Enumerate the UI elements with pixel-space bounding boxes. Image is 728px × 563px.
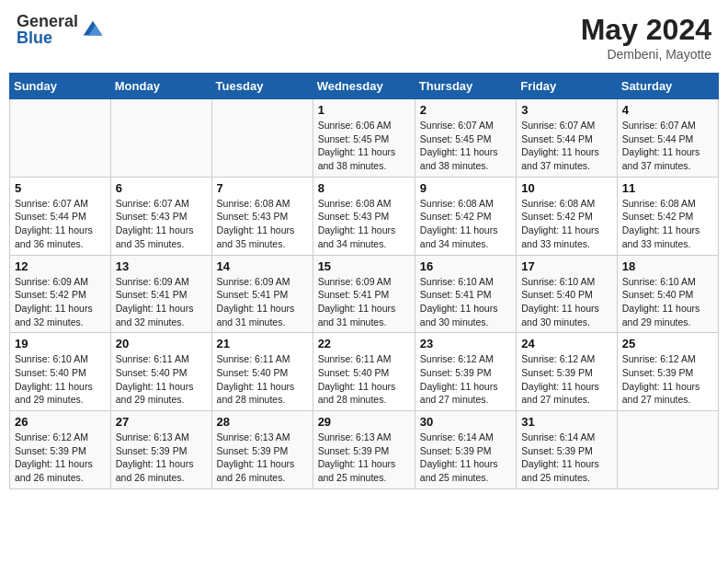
calendar-body: 1Sunrise: 6:06 AM Sunset: 5:45 PM Daylig… — [10, 99, 719, 489]
day-number: 26 — [15, 415, 106, 429]
day-number: 28 — [217, 415, 308, 429]
calendar-cell: 22Sunrise: 6:11 AM Sunset: 5:40 PM Dayli… — [313, 333, 415, 411]
day-info: Sunrise: 6:07 AM Sunset: 5:44 PM Dayligh… — [622, 119, 713, 173]
header-cell-wednesday: Wednesday — [313, 74, 415, 99]
day-info: Sunrise: 6:06 AM Sunset: 5:45 PM Dayligh… — [318, 119, 410, 173]
day-info: Sunrise: 6:08 AM Sunset: 5:43 PM Dayligh… — [217, 197, 308, 251]
calendar-cell: 21Sunrise: 6:11 AM Sunset: 5:40 PM Dayli… — [211, 333, 313, 411]
calendar-cell: 9Sunrise: 6:08 AM Sunset: 5:42 PM Daylig… — [415, 177, 516, 255]
header-cell-saturday: Saturday — [617, 74, 718, 99]
calendar-cell: 11Sunrise: 6:08 AM Sunset: 5:42 PM Dayli… — [617, 177, 718, 255]
week-row-2: 12Sunrise: 6:09 AM Sunset: 5:42 PM Dayli… — [10, 255, 719, 333]
header-row: SundayMondayTuesdayWednesdayThursdayFrid… — [10, 74, 719, 99]
header-cell-tuesday: Tuesday — [211, 74, 313, 99]
day-info: Sunrise: 6:14 AM Sunset: 5:39 PM Dayligh… — [420, 431, 511, 485]
day-info: Sunrise: 6:09 AM Sunset: 5:41 PM Dayligh… — [116, 275, 207, 329]
day-info: Sunrise: 6:07 AM Sunset: 5:44 PM Dayligh… — [15, 197, 106, 251]
calendar-cell: 14Sunrise: 6:09 AM Sunset: 5:41 PM Dayli… — [211, 255, 313, 333]
header-cell-friday: Friday — [517, 74, 618, 99]
calendar-cell: 10Sunrise: 6:08 AM Sunset: 5:42 PM Dayli… — [517, 177, 618, 255]
calendar-cell: 2Sunrise: 6:07 AM Sunset: 5:45 PM Daylig… — [415, 99, 516, 178]
calendar-cell: 7Sunrise: 6:08 AM Sunset: 5:43 PM Daylig… — [211, 177, 313, 255]
day-info: Sunrise: 6:14 AM Sunset: 5:39 PM Dayligh… — [521, 431, 612, 485]
day-number: 19 — [15, 337, 106, 350]
day-number: 1 — [318, 103, 410, 117]
week-row-1: 5Sunrise: 6:07 AM Sunset: 5:44 PM Daylig… — [10, 177, 719, 255]
day-number: 11 — [622, 181, 713, 195]
day-number: 13 — [116, 259, 207, 273]
day-number: 6 — [116, 181, 207, 195]
day-info: Sunrise: 6:13 AM Sunset: 5:39 PM Dayligh… — [116, 431, 207, 485]
calendar-cell: 12Sunrise: 6:09 AM Sunset: 5:42 PM Dayli… — [10, 255, 111, 333]
logo-blue-text: Blue — [17, 29, 78, 46]
day-number: 29 — [318, 415, 410, 429]
header-cell-thursday: Thursday — [415, 74, 516, 99]
calendar-cell: 3Sunrise: 6:07 AM Sunset: 5:44 PM Daylig… — [517, 99, 618, 178]
calendar-cell: 20Sunrise: 6:11 AM Sunset: 5:40 PM Dayli… — [110, 333, 211, 411]
day-number: 17 — [521, 259, 612, 273]
day-info: Sunrise: 6:08 AM Sunset: 5:43 PM Dayligh… — [318, 197, 410, 251]
day-info: Sunrise: 6:08 AM Sunset: 5:42 PM Dayligh… — [420, 197, 511, 251]
calendar-cell: 8Sunrise: 6:08 AM Sunset: 5:43 PM Daylig… — [313, 177, 415, 255]
day-info: Sunrise: 6:12 AM Sunset: 5:39 PM Dayligh… — [622, 352, 713, 407]
day-info: Sunrise: 6:07 AM Sunset: 5:45 PM Dayligh… — [420, 119, 511, 173]
day-number: 5 — [15, 181, 106, 195]
day-number: 23 — [420, 337, 511, 350]
day-number: 24 — [521, 337, 612, 350]
month-year: May 2024 — [581, 13, 711, 47]
calendar-cell — [10, 99, 111, 178]
day-number: 30 — [420, 415, 511, 429]
day-info: Sunrise: 6:10 AM Sunset: 5:40 PM Dayligh… — [622, 275, 713, 329]
day-number: 31 — [521, 415, 612, 429]
calendar-cell: 19Sunrise: 6:10 AM Sunset: 5:40 PM Dayli… — [10, 333, 111, 411]
calendar-cell: 5Sunrise: 6:07 AM Sunset: 5:44 PM Daylig… — [10, 177, 111, 255]
calendar-cell: 26Sunrise: 6:12 AM Sunset: 5:39 PM Dayli… — [10, 411, 111, 489]
day-info: Sunrise: 6:10 AM Sunset: 5:40 PM Dayligh… — [15, 352, 106, 407]
logo-general-text: General — [17, 13, 78, 29]
day-number: 22 — [318, 337, 410, 350]
calendar-cell — [617, 411, 718, 489]
calendar-cell: 6Sunrise: 6:07 AM Sunset: 5:43 PM Daylig… — [110, 177, 211, 255]
day-info: Sunrise: 6:13 AM Sunset: 5:39 PM Dayligh… — [217, 431, 308, 485]
day-info: Sunrise: 6:08 AM Sunset: 5:42 PM Dayligh… — [521, 197, 612, 251]
day-number: 9 — [420, 181, 511, 195]
day-number: 27 — [116, 415, 207, 429]
logo: General Blue — [17, 13, 106, 46]
calendar-cell: 28Sunrise: 6:13 AM Sunset: 5:39 PM Dayli… — [211, 411, 313, 489]
calendar-cell: 18Sunrise: 6:10 AM Sunset: 5:40 PM Dayli… — [617, 255, 718, 333]
day-info: Sunrise: 6:11 AM Sunset: 5:40 PM Dayligh… — [318, 352, 410, 407]
header-cell-sunday: Sunday — [10, 74, 111, 99]
day-number: 16 — [420, 259, 511, 273]
calendar-cell: 30Sunrise: 6:14 AM Sunset: 5:39 PM Dayli… — [415, 411, 516, 489]
day-number: 25 — [622, 337, 713, 350]
calendar-cell: 27Sunrise: 6:13 AM Sunset: 5:39 PM Dayli… — [110, 411, 211, 489]
day-info: Sunrise: 6:10 AM Sunset: 5:41 PM Dayligh… — [420, 275, 511, 329]
day-number: 3 — [521, 103, 612, 117]
calendar-cell: 1Sunrise: 6:06 AM Sunset: 5:45 PM Daylig… — [313, 99, 415, 178]
week-row-4: 26Sunrise: 6:12 AM Sunset: 5:39 PM Dayli… — [10, 411, 719, 489]
day-number: 4 — [622, 103, 713, 117]
day-number: 12 — [15, 259, 106, 273]
day-info: Sunrise: 6:09 AM Sunset: 5:41 PM Dayligh… — [217, 275, 308, 329]
day-info: Sunrise: 6:12 AM Sunset: 5:39 PM Dayligh… — [521, 352, 612, 407]
calendar-cell: 24Sunrise: 6:12 AM Sunset: 5:39 PM Dayli… — [517, 333, 618, 411]
week-row-0: 1Sunrise: 6:06 AM Sunset: 5:45 PM Daylig… — [10, 99, 719, 178]
page-header: General Blue May 2024 Dembeni, Mayotte — [9, 9, 719, 65]
calendar-cell: 13Sunrise: 6:09 AM Sunset: 5:41 PM Dayli… — [110, 255, 211, 333]
calendar-cell: 15Sunrise: 6:09 AM Sunset: 5:41 PM Dayli… — [313, 255, 415, 333]
day-info: Sunrise: 6:13 AM Sunset: 5:39 PM Dayligh… — [318, 431, 410, 485]
calendar-cell — [110, 99, 211, 178]
calendar-cell: 31Sunrise: 6:14 AM Sunset: 5:39 PM Dayli… — [517, 411, 618, 489]
calendar-cell: 23Sunrise: 6:12 AM Sunset: 5:39 PM Dayli… — [415, 333, 516, 411]
week-row-3: 19Sunrise: 6:10 AM Sunset: 5:40 PM Dayli… — [10, 333, 719, 411]
day-info: Sunrise: 6:11 AM Sunset: 5:40 PM Dayligh… — [116, 352, 207, 407]
day-info: Sunrise: 6:09 AM Sunset: 5:42 PM Dayligh… — [15, 275, 106, 329]
calendar-cell — [211, 99, 313, 178]
day-info: Sunrise: 6:12 AM Sunset: 5:39 PM Dayligh… — [15, 431, 106, 485]
day-number: 10 — [521, 181, 612, 195]
day-info: Sunrise: 6:07 AM Sunset: 5:44 PM Dayligh… — [521, 119, 612, 173]
day-info: Sunrise: 6:12 AM Sunset: 5:39 PM Dayligh… — [420, 352, 511, 407]
day-number: 15 — [318, 259, 410, 273]
calendar-header: SundayMondayTuesdayWednesdayThursdayFrid… — [10, 74, 719, 99]
day-number: 8 — [318, 181, 410, 195]
